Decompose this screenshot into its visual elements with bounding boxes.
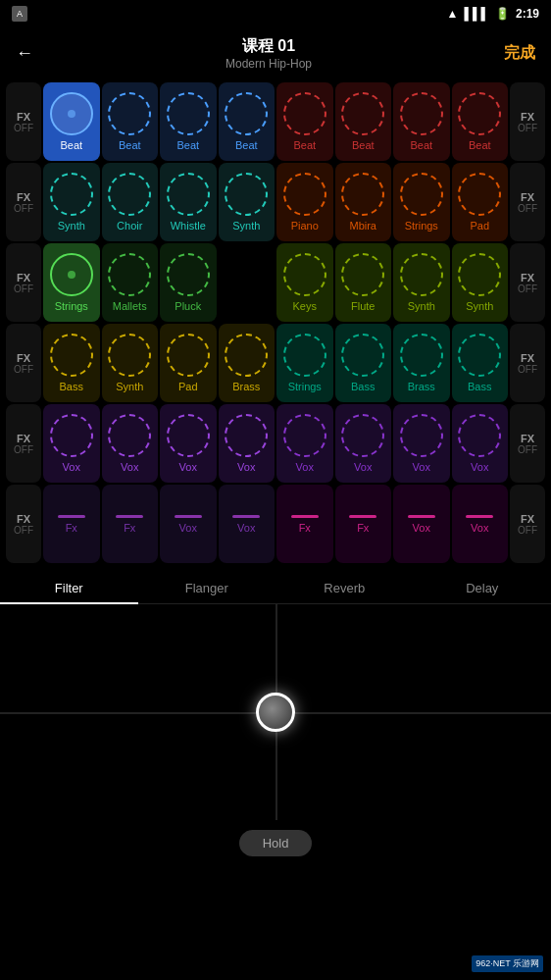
pad-circle <box>283 253 326 296</box>
pad-circle <box>400 414 443 457</box>
pad-vox-r2[interactable]: Vox <box>335 404 392 483</box>
pad-whistle-1[interactable]: Whistle <box>160 163 217 241</box>
hold-button[interactable]: Hold <box>239 830 313 856</box>
pad-beat-r4[interactable]: Beat <box>452 82 509 161</box>
tab-filter[interactable]: Filter <box>0 573 138 603</box>
pad-circle <box>458 334 501 377</box>
tab-flanger[interactable]: Flanger <box>138 573 276 603</box>
fx-line-icon <box>232 515 260 518</box>
pad-synth-bass[interactable]: Synth <box>102 324 159 402</box>
fx-left-synth[interactable]: FX OFF <box>6 163 41 241</box>
pad-synth-r2[interactable]: Synth <box>452 243 509 322</box>
pad-circle <box>108 92 151 135</box>
header-subtitle: Modern Hip-Hop <box>225 57 312 71</box>
pad-circle <box>400 92 443 135</box>
back-button[interactable]: ← <box>16 43 33 64</box>
pad-vox-4[interactable]: Vox <box>219 404 276 483</box>
pad-fx-r1[interactable]: Fx <box>276 485 333 563</box>
pad-bass-1[interactable]: Bass <box>43 324 100 402</box>
fx-right-fxrow[interactable]: FX OFF <box>510 485 545 563</box>
pad-synth-1[interactable]: Synth <box>43 163 100 241</box>
fx-line-icon <box>349 515 376 518</box>
header-title: 课程 01 <box>225 36 312 57</box>
pad-vox-3[interactable]: Vox <box>160 404 217 483</box>
pad-mbira-r[interactable]: Mbira <box>335 163 392 241</box>
pad-bass-teal2[interactable]: Bass <box>452 324 509 402</box>
pad-beat-r3[interactable]: Beat <box>393 82 450 161</box>
done-button[interactable]: 完成 <box>504 43 535 64</box>
fx-left-vox[interactable]: FX OFF <box>6 404 41 483</box>
fx-left-fxrow[interactable]: FX OFF <box>6 485 41 563</box>
fx-right-beat[interactable]: FX OFF <box>510 82 545 161</box>
pad-strings-teal[interactable]: Strings <box>276 324 333 402</box>
fx-line-icon <box>58 515 85 518</box>
pad-vox-2[interactable]: Vox <box>102 404 159 483</box>
fx-left-bass[interactable]: FX OFF <box>6 324 41 402</box>
fx-line-icon <box>116 515 143 518</box>
pad-vox-fx-2[interactable]: Vox <box>219 485 276 563</box>
xy-pad-area[interactable] <box>0 604 551 820</box>
pad-vox-r4[interactable]: Vox <box>452 404 509 483</box>
pad-strings-active[interactable]: Strings <box>43 243 100 322</box>
pad-vox-1[interactable]: Vox <box>43 404 100 483</box>
fx-right-synth[interactable]: FX OFF <box>510 163 545 241</box>
pad-circle <box>167 92 210 135</box>
pad-beat-4[interactable]: Beat <box>219 82 276 161</box>
pad-circle <box>341 414 384 457</box>
beat-row: FX OFF Beat Beat Beat Beat Beat <box>6 82 545 161</box>
pad-brass-teal[interactable]: Brass <box>393 324 450 402</box>
header: ← 课程 01 Modern Hip-Hop 完成 <box>0 27 551 78</box>
fx-right-vox[interactable]: FX OFF <box>510 404 545 483</box>
pad-fx-2[interactable]: Fx <box>102 485 159 563</box>
pad-vox-r-fx2[interactable]: Vox <box>452 485 509 563</box>
pad-strings-r[interactable]: Strings <box>393 163 450 241</box>
pad-beat-r2[interactable]: Beat <box>335 82 392 161</box>
pad-vox-r-fx1[interactable]: Vox <box>393 485 450 563</box>
pad-circle <box>225 334 268 377</box>
pad-flute-r[interactable]: Flute <box>335 243 392 322</box>
pad-circle <box>458 92 501 135</box>
pad-bass-teal[interactable]: Bass <box>335 324 392 402</box>
fx-left-beat[interactable]: FX OFF <box>6 82 41 161</box>
pad-vox-r1[interactable]: Vox <box>276 404 333 483</box>
pad-circle <box>283 92 326 135</box>
pad-circle <box>400 253 443 296</box>
pad-circle <box>341 92 384 135</box>
pad-brass-bass[interactable]: Brass <box>219 324 276 402</box>
fx-line-icon <box>291 515 319 518</box>
xy-pad-container[interactable] <box>0 604 551 820</box>
tab-reverb[interactable]: Reverb <box>276 573 414 603</box>
pad-vox-fx-1[interactable]: Vox <box>160 485 217 563</box>
effects-tabs: Filter Flanger Reverb Delay <box>0 573 551 604</box>
pad-beat-3[interactable]: Beat <box>160 82 217 161</box>
pad-synth-r1[interactable]: Synth <box>393 243 450 322</box>
pad-vox-r3[interactable]: Vox <box>393 404 450 483</box>
pad-circle <box>225 92 268 135</box>
pad-beat-2[interactable]: Beat <box>102 82 159 161</box>
tab-delay[interactable]: Delay <box>414 573 552 603</box>
synth-row: FX OFF Synth Choir Whistle Synth Piano M… <box>6 163 545 241</box>
battery-icon: 🔋 <box>495 7 510 21</box>
pad-mallets-1[interactable]: Mallets <box>102 243 159 322</box>
xy-handle[interactable] <box>256 693 295 732</box>
pad-choir-1[interactable]: Choir <box>102 163 159 241</box>
pad-synth-2[interactable]: Synth <box>219 163 276 241</box>
fx-right-bass[interactable]: FX OFF <box>510 324 545 402</box>
pad-circle <box>458 253 501 296</box>
pad-fx-r2[interactable]: Fx <box>335 485 392 563</box>
fx-left-strings[interactable]: FX OFF <box>6 243 41 322</box>
pad-pad-bass[interactable]: Pad <box>160 324 217 402</box>
pad-piano-r[interactable]: Piano <box>276 163 333 241</box>
pad-beat-1[interactable]: Beat <box>43 82 100 161</box>
status-bar: A ▲ ▌▌▌ 🔋 2:19 <box>0 0 551 27</box>
pad-beat-r1[interactable]: Beat <box>276 82 333 161</box>
pad-keys-r[interactable]: Keys <box>276 243 333 322</box>
pad-pad-r[interactable]: Pad <box>452 163 509 241</box>
pad-pluck-1[interactable]: Pluck <box>160 243 217 322</box>
time-display: 2:19 <box>516 7 539 21</box>
pad-circle <box>108 173 151 216</box>
fx-right-strings[interactable]: FX OFF <box>510 243 545 322</box>
pad-fx-1[interactable]: Fx <box>43 485 100 563</box>
pad-circle <box>283 334 326 377</box>
pad-circle <box>400 334 443 377</box>
